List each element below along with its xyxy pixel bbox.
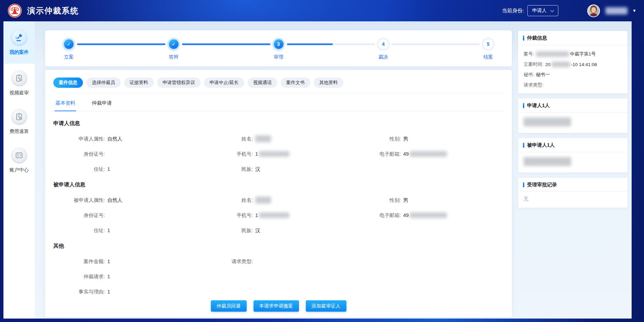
case-tab[interactable]: 视频通话 (248, 77, 277, 88)
step-connector (391, 43, 480, 45)
case-tab[interactable]: 申请管辖权异议 (157, 77, 201, 88)
panel-row-value: 秘书一 (536, 72, 550, 78)
case-progress-card: ✓立案✓答辩3审理4裁决5结案 (45, 30, 512, 66)
form-field: 申请人属性:自然人 (53, 135, 201, 142)
fee-calculator-icon: ¥ (11, 109, 27, 125)
field-label: 案件金额: (53, 258, 105, 265)
panel-card-body (518, 152, 627, 173)
step-label: 审理 (274, 54, 283, 60)
case-tab[interactable]: 选择仲裁员 (86, 77, 121, 88)
field-value: 1 (255, 151, 289, 157)
field-value: 自然人 (107, 197, 122, 204)
step-connector (182, 43, 270, 45)
form-field: 民族:汉 (201, 166, 349, 173)
case-tab[interactable]: 申请中止/延长 (204, 77, 244, 88)
form-field: 电子邮箱:49 (349, 212, 504, 219)
sub-tab[interactable]: 仲裁申请 (91, 99, 112, 111)
arbitration-logo-icon (8, 3, 22, 18)
user-menu-caret-icon[interactable]: ▼ (632, 8, 636, 13)
form-field: 身份证号: (53, 150, 201, 157)
field-label: 性别: (349, 197, 401, 204)
case-tab[interactable]: 其他资料 (314, 77, 343, 88)
panel-row-label: 秘书: (524, 72, 534, 78)
sidebar-item-label: 视频庭审 (10, 90, 29, 96)
form-section-title: 被申请人信息 (53, 181, 504, 188)
form-row: 仲裁请求:1 (53, 273, 504, 280)
field-value: 49 (403, 212, 447, 218)
form-section-title: 其他 (53, 242, 504, 250)
redacted-value (551, 62, 570, 67)
field-label: 性别: (349, 136, 401, 142)
form-field: 电子邮箱:49 (349, 150, 504, 157)
step-答辩: ✓答辩 (164, 39, 184, 60)
panel-row: 秘书:秘书一 (524, 72, 622, 78)
panel-card-title: 受理审批记录 (527, 181, 557, 188)
sub-tab[interactable]: 基本资料 (55, 99, 76, 111)
form-field: 案件金额:1 (53, 258, 201, 265)
field-value: 1 (255, 212, 289, 218)
app-title: 演示仲裁系统 (27, 6, 79, 16)
identity-dropdown[interactable]: 申请人 (527, 5, 558, 16)
step-label: 立案 (64, 54, 74, 60)
form-row: 事实与理由:1 (53, 288, 504, 295)
sidebar-item-fee-calculator[interactable]: ¥ 费用速算 (3, 102, 35, 141)
redacted-party-name (524, 117, 571, 126)
field-label: 申请人属性: (53, 136, 105, 142)
redacted-value (259, 151, 289, 157)
form-field: 身份证号: (53, 212, 201, 219)
panel-row-value: 中裁字第1号 (536, 51, 596, 57)
user-avatar[interactable] (587, 4, 600, 17)
panel-card-header: 被申请人1人 (518, 138, 627, 152)
form-field: 民族:汉 (201, 227, 349, 234)
panel-card-title: 申请人1人 (527, 102, 550, 109)
field-label: 姓名: (201, 136, 253, 142)
right-panel: 仲裁信息案号:中裁字第1号立案时间:20-10 14:41:06秘书:秘书一请求… (515, 21, 632, 319)
sidebar-item-label: 费用速算 (10, 128, 29, 135)
form-row: 申请人属性:自然人姓名:性别:男 (53, 135, 504, 142)
field-label: 身份证号: (53, 151, 105, 157)
sub-tab-bar: 基本资料仲裁申请 (53, 94, 504, 111)
form-field: 姓名: (201, 197, 349, 204)
sidebar: 我的案件 视频庭审 (3, 21, 35, 319)
field-label: 仲裁请求: (53, 273, 105, 280)
field-value (255, 135, 271, 142)
sidebar-item-video-hearing[interactable]: 视频庭审 (3, 64, 35, 102)
main-column: ✓立案✓答辩3审理4裁决5结案 案件信息选择仲裁员证据资料申请管辖权异议申请中止… (35, 21, 515, 319)
panel-card-title: 仲裁信息 (527, 35, 547, 41)
field-value: 男 (403, 197, 408, 204)
step-connector (77, 43, 165, 45)
sidebar-item-account-center[interactable]: 账户中心 (3, 141, 35, 179)
case-form: 申请人信息申请人属性:自然人姓名:性别:男身份证号:手机号:1电子邮箱:49住址… (53, 111, 504, 295)
panel-card-title: 被申请人1人 (527, 142, 555, 148)
field-value: 1 (107, 259, 110, 264)
panel-card-header: 仲裁信息 (518, 31, 627, 45)
case-tab[interactable]: 案件文书 (281, 77, 310, 88)
panel-row-label: 案号: (524, 51, 534, 57)
footer-action-bar: 仲裁员回避本请求申请撤案添加庭审证人 (53, 295, 504, 314)
sidebar-item-my-cases[interactable]: 我的案件 (3, 21, 35, 64)
footer-button[interactable]: 添加庭审证人 (306, 300, 346, 312)
video-hearing-icon (11, 70, 27, 86)
form-field: 住址:1 (53, 166, 201, 173)
form-field: 住址:1 (53, 227, 201, 234)
case-tab[interactable]: 证据资料 (124, 77, 154, 88)
form-field: 性别:男 (349, 135, 504, 142)
field-value: 1 (107, 166, 110, 172)
footer-button[interactable]: 仲裁员回避 (211, 300, 247, 312)
form-row: 案件金额:1请求类型: (53, 258, 504, 265)
app-header: 演示仲裁系统 当前身份: 申请人 ▼ (0, 0, 644, 21)
footer-button[interactable]: 本请求申请撤案 (254, 300, 299, 312)
sidebar-item-label: 我的案件 (10, 49, 29, 55)
field-label: 电子邮箱: (349, 151, 401, 157)
case-tab[interactable]: 案件信息 (53, 77, 83, 88)
redacted-value (255, 197, 271, 204)
panel-card-arbitration-info: 仲裁信息案号:中裁字第1号立案时间:20-10 14:41:06秘书:秘书一请求… (518, 31, 627, 93)
panel-row-label: 立案时间: (524, 61, 544, 67)
form-row: 住址:1民族:汉 (53, 227, 504, 234)
field-label: 事实与理由: (53, 289, 105, 295)
redacted-value (410, 151, 447, 157)
step-审理: 3审理 (269, 39, 289, 60)
field-label: 请求类型: (201, 258, 253, 265)
accent-bar (523, 35, 524, 41)
panel-row-value: 20-10 14:41:06 (545, 62, 597, 67)
